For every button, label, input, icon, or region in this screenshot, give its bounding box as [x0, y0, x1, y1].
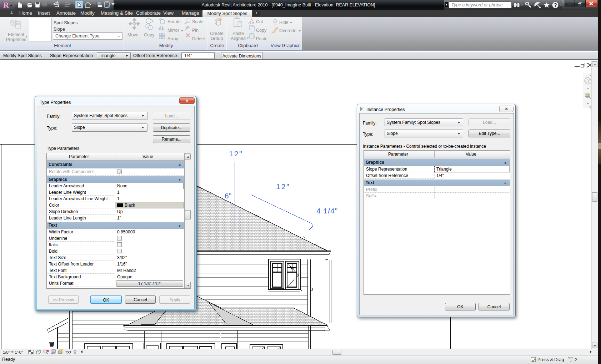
svg-text:?: ?: [554, 2, 557, 8]
svg-text:6": 6": [225, 192, 231, 200]
svg-text:R: R: [3, 0, 9, 9]
svg-text:12": 12": [276, 182, 290, 191]
svg-text:4 1/4": 4 1/4": [316, 207, 338, 215]
svg-text:12": 12": [229, 150, 243, 158]
svg-text::2: :2: [574, 357, 577, 362]
